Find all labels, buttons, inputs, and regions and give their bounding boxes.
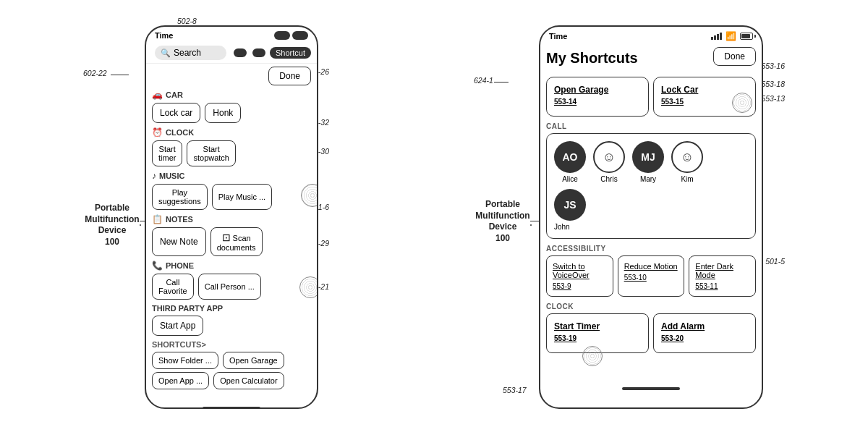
call-section-box: AO Alice ☺ Chris MJ Mary ☺	[546, 133, 756, 239]
alice-circle: AO	[554, 141, 586, 173]
annotation-553-16: 553-16	[761, 62, 785, 70]
right-phone-content: My Shortcuts Done Open Garage 553-14 Loc…	[540, 44, 762, 381]
left-home-indicator	[203, 407, 260, 409]
shortcuts-section-label: SHORTCUTS	[152, 340, 311, 349]
music-section-header: ♪ MUSIC	[152, 171, 311, 181]
annotation-501-5: 501-5	[765, 257, 785, 266]
right-time: Time	[549, 32, 567, 41]
signal-bars	[711, 33, 722, 40]
lock-car-button[interactable]: Lock car	[152, 103, 200, 123]
shortcut-pill: Shortcut	[270, 47, 311, 59]
show-folder-button[interactable]: Show Folder ...	[152, 352, 218, 369]
right-done-button[interactable]: Done	[713, 47, 756, 66]
add-alarm-card[interactable]: Add Alarm 553-20	[653, 313, 756, 353]
battery-icon	[740, 33, 753, 40]
left-device-label: PortableMultifunctionDevice100	[83, 203, 141, 248]
kim-name: Kim	[681, 175, 693, 183]
new-note-button[interactable]: New Note	[152, 227, 206, 256]
open-app-button[interactable]: Open App ...	[152, 372, 209, 389]
annotation-553-18: 553-18	[761, 80, 785, 88]
dark-mode-card[interactable]: Enter Dark Mode 553-11	[689, 255, 756, 297]
car-section-header: 🚗 CAR	[152, 90, 311, 100]
annotation-624-1: 624-1	[474, 76, 493, 85]
phone-buttons: CallFavorite Call Person ...	[152, 274, 311, 300]
dark-mode-sub: 553-11	[695, 282, 749, 290]
start-stopwatch-button[interactable]: Startstopwatch	[187, 140, 236, 166]
annotation-502-8: 502-8	[177, 17, 197, 25]
lock-car-label: Lock Car	[661, 85, 748, 95]
search-bar[interactable]: 🔍 Search	[155, 46, 226, 60]
start-app-button[interactable]: Start App	[152, 316, 203, 336]
voiceover-card[interactable]: Switch to VoiceOver 553-9	[546, 255, 613, 297]
shortcuts-cards-grid: Open Garage 553-14 Lock Car 553-15	[546, 77, 756, 117]
chris-name: Chris	[600, 175, 617, 183]
clock-grid: Start Timer 553-19 Add Alarm 553-20	[546, 313, 756, 353]
left-done-button[interactable]: Done	[268, 67, 311, 85]
pill-1	[274, 31, 290, 40]
start-timer-button[interactable]: Starttimer	[152, 140, 182, 166]
toggle-pill-2[interactable]	[252, 48, 265, 57]
phone-icon: 📞	[152, 261, 163, 271]
avatar-mary[interactable]: MJ Mary	[632, 141, 664, 183]
notes-icon: 📋	[152, 214, 163, 224]
open-garage-button[interactable]: Open Garage	[223, 352, 284, 369]
right-home-indicator	[622, 387, 680, 390]
annotation-line-602	[111, 75, 129, 75]
fingerprint-phone	[299, 276, 317, 298]
alice-name: Alice	[562, 175, 578, 183]
music-icon: ♪	[152, 171, 156, 181]
avatar-kim[interactable]: ☺ Kim	[671, 141, 703, 183]
avatar-john[interactable]: JS John	[554, 189, 748, 231]
mary-circle: MJ	[632, 141, 664, 173]
shortcuts-row1: Show Folder ... Open Garage	[152, 352, 311, 369]
play-music-button[interactable]: Play Music ...	[212, 184, 272, 210]
dark-mode-label: Enter Dark Mode	[695, 262, 749, 279]
reduce-motion-card[interactable]: Reduce Motion 553-10	[618, 255, 685, 297]
clock-icon: ⏰	[152, 127, 163, 138]
left-time: Time	[155, 31, 173, 40]
add-alarm-sub: 553-20	[661, 334, 748, 342]
open-garage-card[interactable]: Open Garage 553-14	[546, 77, 649, 117]
notes-section-header: 📋 NOTES	[152, 214, 311, 224]
call-section-header: CALL	[546, 122, 756, 130]
honk-button[interactable]: Honk	[205, 103, 241, 123]
kim-circle: ☺	[671, 141, 703, 173]
reduce-motion-label: Reduce Motion	[624, 262, 678, 271]
john-circle: JS	[554, 189, 586, 221]
scan-documents-button[interactable]: ⊡ Scandocuments	[210, 227, 263, 256]
annotation-602-22: 602-22	[83, 69, 107, 77]
clock-buttons: Starttimer Startstopwatch	[152, 140, 311, 166]
avatar-alice[interactable]: AO Alice	[554, 141, 586, 183]
right-device-label: PortableMultifunctionDevice100	[474, 199, 532, 244]
call-avatars-row: AO Alice ☺ Chris MJ Mary ☺	[554, 141, 748, 183]
search-icon: 🔍	[161, 48, 171, 58]
left-phone: Time 🔍 Search Shortcut	[145, 25, 318, 409]
right-clock-section-header: CLOCK	[546, 303, 756, 310]
open-calculator-button[interactable]: Open Calculator	[213, 372, 284, 389]
shortcuts-row2: Open App ... Open Calculator	[152, 372, 311, 389]
pill-2	[292, 31, 308, 40]
search-placeholder-text: Search	[174, 48, 201, 58]
call-person-button[interactable]: Call Person ...	[198, 274, 261, 300]
voiceover-label: Switch to VoiceOver	[553, 262, 607, 279]
clock-section-header: ⏰ CLOCK	[152, 127, 311, 138]
fingerprint-lock-car	[732, 93, 752, 113]
third-party-header: THIRD PARTY APP	[152, 304, 311, 313]
fingerprint-timer	[582, 346, 603, 366]
toggle-pill-1[interactable]	[234, 48, 247, 57]
reduce-motion-sub: 553-10	[624, 274, 678, 282]
call-favorite-button[interactable]: CallFavorite	[152, 274, 194, 300]
third-party-buttons: Start App	[152, 316, 311, 336]
lock-car-card[interactable]: Lock Car 553-15	[653, 77, 756, 117]
play-suggestions-button[interactable]: Playsuggestions	[152, 184, 208, 210]
avatar-chris[interactable]: ☺ Chris	[593, 141, 625, 183]
left-status-bar: Time	[146, 27, 317, 43]
annotation-553-13: 553-13	[761, 94, 785, 103]
start-timer-label: Start Timer	[554, 321, 641, 331]
open-garage-sub: 553-14	[554, 98, 641, 106]
annotation-553-17: 553-17	[503, 386, 527, 394]
open-garage-label: Open Garage	[554, 85, 641, 95]
fingerprint-music	[301, 184, 317, 207]
add-alarm-label: Add Alarm	[661, 321, 748, 331]
car-buttons: Lock car Honk	[152, 103, 311, 123]
